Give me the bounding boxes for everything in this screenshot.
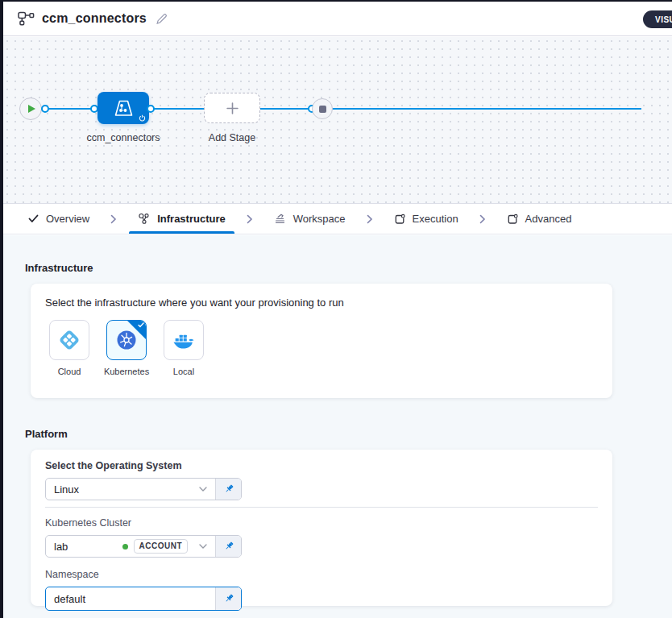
tab-infrastructure[interactable]: Infrastructure bbox=[135, 204, 228, 234]
chevron-right-icon bbox=[110, 204, 117, 234]
stage-power-icon bbox=[139, 114, 146, 122]
divider bbox=[45, 507, 598, 508]
selected-check-icon bbox=[138, 322, 144, 328]
pipeline-end-node bbox=[312, 98, 333, 119]
connector-status-dot bbox=[122, 544, 128, 550]
cluster-label: Kubernetes Cluster bbox=[45, 517, 598, 529]
cluster-select[interactable]: lab ACCOUNT bbox=[46, 536, 215, 557]
tab-execution[interactable]: Execution bbox=[392, 204, 461, 234]
plus-icon bbox=[226, 102, 239, 114]
advanced-icon bbox=[507, 214, 518, 225]
infrastructure-heading: Infrastructure bbox=[25, 262, 93, 274]
option-kubernetes: Kubernetes bbox=[106, 320, 147, 376]
os-select-group: Linux bbox=[45, 478, 242, 500]
visual-toggle-label: VISUAL bbox=[655, 15, 672, 24]
pipeline-start-node bbox=[19, 97, 42, 120]
chevron-right-icon bbox=[247, 204, 253, 234]
add-stage-button[interactable] bbox=[204, 93, 260, 123]
execution-icon bbox=[394, 214, 405, 225]
tab-label: Workspace bbox=[293, 213, 346, 225]
pipeline-canvas[interactable]: ccm_connectors Add Stage bbox=[3, 37, 672, 204]
pin-icon bbox=[223, 593, 234, 604]
cluster-select-group: lab ACCOUNT bbox=[45, 535, 242, 558]
infrastructure-card: Select the infrastructure where you want… bbox=[31, 284, 612, 398]
local-tile[interactable] bbox=[164, 320, 204, 360]
pin-icon bbox=[223, 483, 234, 495]
namespace-label: Namespace bbox=[45, 569, 598, 581]
namespace-input[interactable] bbox=[46, 587, 215, 610]
namespace-input-type-pin-button[interactable] bbox=[215, 587, 241, 610]
window-top-edge bbox=[0, 0, 672, 2]
cloud-label: Cloud bbox=[58, 367, 81, 376]
tab-label: Advanced bbox=[525, 213, 572, 225]
platform-card: Select the Operating System Linux bbox=[31, 450, 612, 606]
workspace-icon bbox=[274, 213, 286, 225]
tab-overview[interactable]: Overview bbox=[26, 204, 92, 234]
tab-label: Execution bbox=[413, 213, 458, 225]
tab-workspace[interactable]: Workspace bbox=[272, 204, 348, 234]
cluster-value: lab bbox=[54, 541, 68, 553]
os-select[interactable]: Linux bbox=[46, 479, 215, 500]
option-local: Local bbox=[164, 320, 204, 376]
stage-config-panel: Infrastructure Select the infrastructure… bbox=[3, 235, 672, 618]
option-cloud: Cloud bbox=[49, 320, 89, 376]
infrastructure-options: Cloud Kubernetes bbox=[49, 320, 598, 376]
pipeline-title: ccm_connectors bbox=[42, 11, 147, 26]
cloud-tile[interactable] bbox=[49, 320, 89, 360]
infrastructure-icon bbox=[138, 213, 150, 225]
namespace-input-group bbox=[45, 587, 242, 611]
stage-tabs: Overview Infrastructure Workspace bbox=[3, 204, 672, 234]
tab-label: Infrastructure bbox=[157, 213, 226, 225]
cluster-input-type-pin-button[interactable] bbox=[215, 536, 241, 557]
platform-heading: Platform bbox=[25, 428, 68, 440]
add-stage-label: Add Stage bbox=[180, 132, 284, 143]
chevron-right-icon bbox=[479, 204, 486, 234]
chevron-down-icon bbox=[199, 544, 207, 549]
pipeline-icon bbox=[18, 11, 35, 26]
kubernetes-tile[interactable] bbox=[106, 320, 147, 360]
window-left-edge bbox=[0, 0, 3, 618]
local-label: Local bbox=[173, 367, 194, 376]
scope-badge: ACCOUNT bbox=[134, 539, 189, 554]
custom-stage-icon bbox=[113, 99, 135, 118]
port-start bbox=[41, 105, 49, 113]
stop-icon bbox=[319, 106, 326, 113]
docker-icon bbox=[172, 330, 195, 350]
play-icon bbox=[28, 105, 35, 113]
edit-pencil-icon[interactable] bbox=[156, 13, 168, 25]
tab-advanced[interactable]: Advanced bbox=[504, 204, 575, 234]
visual-yaml-toggle[interactable]: VISUAL bbox=[643, 10, 672, 28]
kubernetes-label: Kubernetes bbox=[104, 367, 149, 376]
stage-node-ccm-connectors[interactable] bbox=[97, 92, 149, 124]
pin-icon bbox=[223, 541, 234, 552]
chevron-down-icon bbox=[199, 487, 207, 491]
infrastructure-description: Select the infrastructure where you want… bbox=[45, 297, 598, 309]
os-input-type-pin-button[interactable] bbox=[215, 479, 241, 500]
check-icon bbox=[28, 214, 39, 223]
pipeline-header: ccm_connectors VISUAL bbox=[3, 2, 672, 36]
port-stage-right bbox=[147, 105, 155, 113]
cloud-icon bbox=[56, 327, 82, 353]
tab-label: Overview bbox=[46, 213, 89, 225]
os-value: Linux bbox=[54, 483, 79, 496]
stage-name-label: ccm_connectors bbox=[71, 132, 176, 143]
os-label: Select the Operating System bbox=[45, 460, 598, 472]
chevron-right-icon bbox=[367, 204, 373, 234]
